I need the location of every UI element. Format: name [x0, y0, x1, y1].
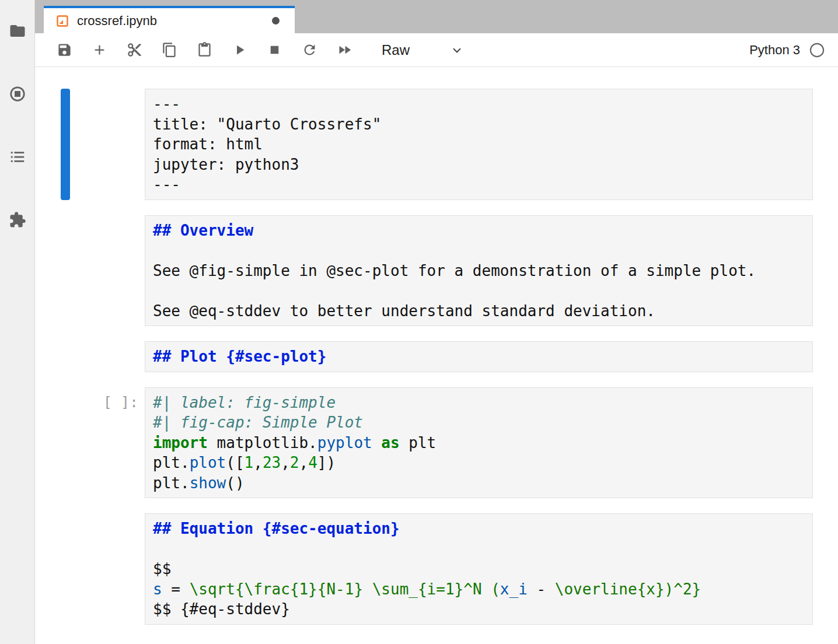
save-icon	[57, 42, 72, 58]
cell-editor[interactable]: ## Overview See @fig-simple in @sec-plot…	[145, 215, 813, 327]
cell-editor[interactable]: #| label: fig-simple#| fig-cap: Simple P…	[145, 387, 813, 499]
code-line: See @fig-simple in @sec-plot for a demon…	[153, 261, 805, 281]
table-of-contents-icon	[9, 148, 26, 166]
cell-2-markdown[interactable]: ## Overview See @fig-simple in @sec-plot…	[61, 215, 813, 327]
code-line: See @eq-stddev to better understand stan…	[153, 301, 805, 321]
code-line: format: html	[153, 134, 805, 155]
cell-gutter: [ ]:	[61, 387, 145, 499]
kernel-indicator[interactable]: Python 3	[749, 42, 825, 58]
code-line: ---	[153, 94, 805, 114]
code-line	[153, 281, 805, 301]
code-line: #| label: fig-simple	[153, 393, 805, 413]
unsaved-changes-dot[interactable]	[272, 17, 280, 24]
running-kernels-icon	[9, 85, 26, 103]
cell-3-markdown[interactable]: ## Plot {#sec-plot}	[61, 341, 813, 372]
code-line: ---	[153, 174, 805, 195]
code-line: plt.show()	[153, 473, 805, 494]
notebook-toolbar: Raw Python 3	[35, 33, 838, 67]
cell-5-markdown[interactable]: ## Equation {#sec-equation} $$s = \sqrt{…	[61, 513, 813, 625]
code-line: title: "Quarto Crossrefs"	[153, 114, 805, 135]
restart-kernel-button[interactable]	[295, 37, 323, 63]
main-area: crossref.ipynb Raw Python 3 ---title:	[35, 0, 838, 644]
run-icon	[232, 42, 247, 58]
code-line: plt.plot([1,23,2,4])	[153, 453, 805, 473]
cell-gutter	[61, 215, 145, 327]
sidebar-item-file-browser[interactable]	[5, 22, 30, 40]
cell-prompt	[70, 513, 145, 625]
extensions-icon	[9, 211, 26, 229]
cell-editor[interactable]: ---title: "Quarto Crossrefs"format: html…	[145, 89, 813, 200]
cell-type-dropdown[interactable]: Raw	[382, 42, 465, 58]
cell-collapser[interactable]	[61, 513, 70, 625]
cell-collapser[interactable]	[61, 341, 70, 372]
cell-gutter	[61, 341, 145, 372]
sidebar-item-extension-manager[interactable]	[5, 211, 30, 229]
cell-editor[interactable]: ## Plot {#sec-plot}	[145, 341, 813, 372]
save-button[interactable]	[50, 37, 78, 63]
cell-type-value: Raw	[382, 42, 410, 58]
fast-forward-icon	[337, 42, 352, 58]
code-line: s = \sqrt{\frac{1}{N-1} \sum_{i=1}^N (x_…	[153, 579, 805, 600]
code-line: $$	[153, 559, 805, 579]
paste-icon	[197, 42, 212, 58]
restart-icon	[302, 42, 317, 58]
insert-cell-button[interactable]	[85, 37, 113, 63]
cell-4-code[interactable]: [ ]:#| label: fig-simple#| fig-cap: Simp…	[61, 387, 813, 499]
cut-cells-button[interactable]	[120, 37, 148, 63]
cell-collapser[interactable]	[61, 387, 70, 499]
cell-collapser[interactable]	[61, 89, 70, 200]
cell-collapser[interactable]	[61, 215, 70, 327]
chevron-down-icon	[449, 43, 465, 58]
notebook-cells: ---title: "Quarto Crossrefs"format: html…	[35, 67, 838, 644]
cell-prompt	[70, 215, 145, 327]
paste-cells-button[interactable]	[190, 37, 218, 63]
tab-title: crossref.ipynb	[77, 13, 157, 29]
toolbar-buttons	[50, 37, 365, 63]
copy-cells-button[interactable]	[155, 37, 183, 63]
code-line: #| fig-cap: Simple Plot	[153, 412, 805, 433]
left-sidebar	[0, 0, 35, 644]
notebook-icon	[55, 14, 69, 28]
code-line: jupyter: python3	[153, 155, 805, 175]
cell-prompt	[70, 89, 145, 200]
code-line: $$ {#eq-stddev}	[153, 599, 805, 620]
interrupt-kernel-button[interactable]	[260, 37, 288, 63]
cell-gutter	[61, 89, 145, 200]
cell-prompt	[70, 341, 145, 372]
code-line: import matplotlib.pyplot as plt	[153, 433, 805, 453]
cell-gutter	[61, 513, 145, 625]
code-line: ## Overview	[153, 220, 805, 241]
kernel-status-icon	[809, 42, 825, 58]
code-line	[153, 539, 805, 559]
sidebar-item-table-of-contents[interactable]	[5, 148, 30, 166]
run-cell-button[interactable]	[225, 37, 253, 63]
code-line: ## Equation {#sec-equation}	[153, 519, 805, 539]
tab-bar: crossref.ipynb	[35, 0, 838, 33]
cell-prompt: [ ]:	[70, 387, 145, 499]
cut-icon	[127, 42, 142, 58]
copy-icon	[162, 42, 177, 58]
restart-run-all-button[interactable]	[330, 37, 358, 63]
folder-icon	[9, 22, 26, 40]
jupyterlab-app: crossref.ipynb Raw Python 3 ---title:	[0, 0, 838, 644]
cell-editor[interactable]: ## Equation {#sec-equation} $$s = \sqrt{…	[145, 513, 813, 625]
cell-1-raw[interactable]: ---title: "Quarto Crossrefs"format: html…	[61, 89, 813, 200]
code-line: ## Plot {#sec-plot}	[153, 346, 805, 367]
kernel-name: Python 3	[749, 43, 800, 58]
plus-icon	[92, 42, 107, 58]
sidebar-item-running-kernels[interactable]	[5, 85, 30, 103]
stop-icon	[267, 42, 282, 58]
tab-crossref-ipynb[interactable]: crossref.ipynb	[44, 6, 295, 33]
code-line	[153, 240, 805, 261]
